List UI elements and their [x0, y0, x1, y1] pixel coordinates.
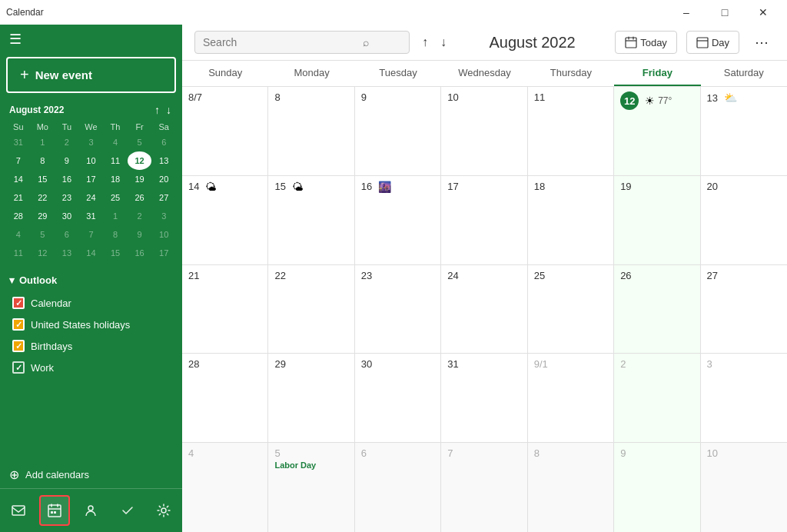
- mini-cal-day[interactable]: 16: [55, 170, 79, 188]
- mini-cal-day[interactable]: 31: [79, 207, 104, 225]
- cal-cell[interactable]: 8: [528, 443, 614, 532]
- day-view-button[interactable]: Day: [686, 31, 739, 54]
- mini-cal-day[interactable]: 8: [103, 225, 128, 244]
- cal-cell[interactable]: 19: [614, 176, 700, 264]
- cal-cell[interactable]: 27: [701, 265, 787, 354]
- cal-cell[interactable]: 9/1: [528, 354, 614, 442]
- mini-cal-day[interactable]: 27: [151, 188, 176, 207]
- mini-cal-day[interactable]: 11: [103, 151, 128, 170]
- mini-cal-day[interactable]: 1: [31, 133, 55, 151]
- cal-cell[interactable]: 5 Labor Day: [268, 443, 354, 532]
- mini-cal-day[interactable]: 13: [151, 151, 176, 170]
- cal-cell[interactable]: 4: [182, 443, 268, 532]
- cal-cell[interactable]: 8/7: [182, 87, 268, 175]
- cal-cell[interactable]: 30: [355, 354, 441, 442]
- cal-cell[interactable]: 17: [441, 176, 527, 264]
- mini-cal-day[interactable]: 2: [55, 133, 79, 151]
- mini-cal-day[interactable]: 11: [6, 244, 31, 262]
- mini-cal-day[interactable]: 1: [103, 207, 128, 225]
- mail-nav-icon[interactable]: [3, 495, 34, 526]
- mini-cal-day[interactable]: 2: [128, 207, 152, 225]
- cal-cell[interactable]: 22: [268, 265, 354, 354]
- calendar-checkbox[interactable]: ✓: [12, 297, 25, 309]
- cal-cell[interactable]: 3: [701, 354, 787, 442]
- mini-cal-day[interactable]: 19: [128, 170, 152, 188]
- mini-cal-day[interactable]: 26: [128, 188, 152, 207]
- mini-cal-day[interactable]: 16: [128, 244, 152, 262]
- calendar-item-work[interactable]: ✓ Work: [9, 357, 173, 378]
- cal-cell[interactable]: 21: [182, 265, 268, 354]
- mini-cal-day[interactable]: 25: [103, 188, 128, 207]
- labor-day-event[interactable]: Labor Day: [274, 461, 347, 470]
- next-month-button[interactable]: ↓: [437, 32, 450, 52]
- mini-cal-day[interactable]: 7: [79, 225, 104, 244]
- mini-cal-day[interactable]: 31: [6, 133, 31, 151]
- mini-cal-day[interactable]: 3: [79, 133, 104, 151]
- people-nav-icon[interactable]: [75, 495, 106, 526]
- more-options-button[interactable]: ⋯: [749, 31, 775, 54]
- mini-cal-day[interactable]: 20: [151, 170, 176, 188]
- mini-cal-next[interactable]: ↓: [164, 102, 173, 118]
- settings-nav-icon[interactable]: [148, 495, 179, 526]
- cal-cell[interactable]: 28: [182, 354, 268, 442]
- cal-cell[interactable]: 10: [441, 87, 527, 175]
- mini-cal-today[interactable]: 12: [128, 151, 152, 170]
- calendar-item-us-holidays[interactable]: ✓ United States holidays: [9, 314, 173, 335]
- cal-cell[interactable]: 16 🌆: [355, 176, 441, 264]
- outlook-header[interactable]: ▾ Outlook: [9, 274, 173, 286]
- cal-cell[interactable]: 8: [268, 87, 354, 175]
- mini-cal-day[interactable]: 17: [79, 170, 104, 188]
- cal-cell[interactable]: 11: [528, 87, 614, 175]
- cal-cell[interactable]: 9: [614, 443, 700, 532]
- mini-cal-day[interactable]: 7: [6, 151, 31, 170]
- mini-cal-day[interactable]: 9: [55, 151, 79, 170]
- mini-cal-day[interactable]: 28: [6, 207, 31, 225]
- cal-cell[interactable]: 9: [355, 87, 441, 175]
- mini-cal-day[interactable]: 15: [31, 170, 55, 188]
- calendar-item-birthdays[interactable]: ✓ Birthdays: [9, 335, 173, 357]
- mini-cal-day[interactable]: 8: [31, 151, 55, 170]
- mini-cal-day[interactable]: 24: [79, 188, 104, 207]
- mini-cal-day[interactable]: 12: [31, 244, 55, 262]
- mini-cal-day[interactable]: 23: [55, 188, 79, 207]
- cal-cell[interactable]: 23: [355, 265, 441, 354]
- cal-cell[interactable]: 2: [614, 354, 700, 442]
- mini-cal-prev[interactable]: ↑: [153, 102, 161, 118]
- cal-cell[interactable]: 15 🌤: [268, 176, 354, 264]
- cal-cell[interactable]: 29: [268, 354, 354, 442]
- minimize-button[interactable]: –: [669, 0, 704, 25]
- mini-cal-day[interactable]: 6: [151, 133, 176, 151]
- mini-cal-day[interactable]: 17: [151, 244, 176, 262]
- birthdays-checkbox[interactable]: ✓: [12, 340, 25, 352]
- restore-button[interactable]: □: [707, 0, 742, 25]
- today-button[interactable]: Today: [615, 31, 677, 54]
- mini-cal-day[interactable]: 10: [151, 225, 176, 244]
- cal-cell[interactable]: 7: [441, 443, 527, 532]
- cal-cell[interactable]: 31: [441, 354, 527, 442]
- mini-cal-day[interactable]: 3: [151, 207, 176, 225]
- new-event-button[interactable]: + New event: [6, 57, 176, 93]
- cal-cell[interactable]: 25: [528, 265, 614, 354]
- mini-cal-day[interactable]: 15: [103, 244, 128, 262]
- mini-cal-day[interactable]: 5: [31, 225, 55, 244]
- search-box[interactable]: ⌕: [194, 31, 410, 54]
- mini-cal-day[interactable]: 22: [31, 188, 55, 207]
- mini-cal-day[interactable]: 9: [128, 225, 152, 244]
- mini-cal-day[interactable]: 14: [79, 244, 104, 262]
- close-button[interactable]: ✕: [745, 0, 781, 25]
- us-holidays-checkbox[interactable]: ✓: [12, 318, 25, 331]
- cal-cell[interactable]: 20: [701, 176, 787, 264]
- mini-cal-day[interactable]: 4: [103, 133, 128, 151]
- mini-cal-day[interactable]: 4: [6, 225, 31, 244]
- mini-cal-day[interactable]: 13: [55, 244, 79, 262]
- add-calendars-button[interactable]: ⊕ Add calendars: [0, 461, 182, 488]
- cal-cell[interactable]: 13 ⛅: [701, 87, 787, 175]
- calendar-nav-icon[interactable]: [39, 495, 70, 526]
- mini-cal-day[interactable]: 21: [6, 188, 31, 207]
- hamburger-menu-icon[interactable]: ☰: [9, 31, 22, 48]
- cal-cell[interactable]: 24: [441, 265, 527, 354]
- cal-cell[interactable]: 14 🌤: [182, 176, 268, 264]
- mini-cal-day[interactable]: 5: [128, 133, 152, 151]
- prev-month-button[interactable]: ↑: [419, 32, 431, 52]
- work-checkbox[interactable]: ✓: [12, 361, 25, 374]
